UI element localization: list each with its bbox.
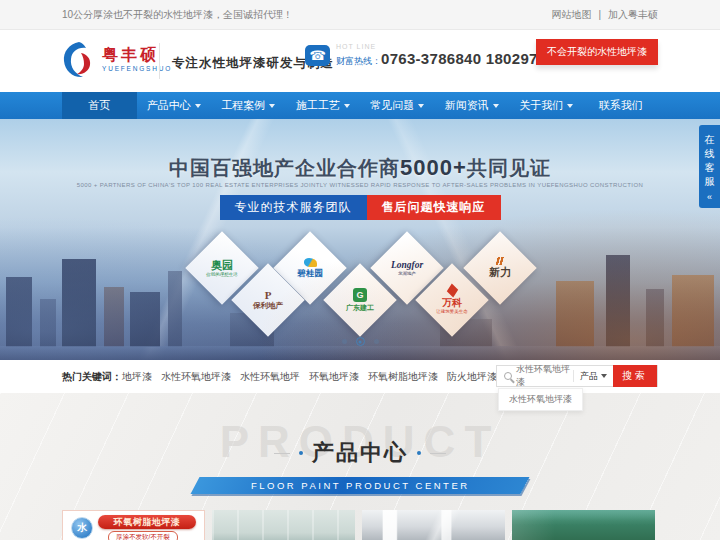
nav-item-contact[interactable]: 联系我们 — [584, 92, 659, 119]
phone-icon: ☎ — [305, 45, 330, 66]
search-category-select[interactable]: 产品 — [574, 370, 613, 383]
nav-label: 联系我们 — [599, 98, 643, 113]
nav-label: 关于我们 — [519, 98, 563, 113]
title-dot-icon — [417, 451, 421, 455]
keywords-label: 热门关键词： — [62, 370, 122, 384]
search-input[interactable]: 水性环氧地坪漆 — [516, 363, 573, 389]
banner-subtitle-en: 5000 + PARTNERS OF CHINA'S TOP 100 REAL … — [0, 182, 720, 188]
chevron-down-icon — [269, 104, 275, 108]
search-box: 水性环氧地坪漆 产品 搜索 — [496, 365, 658, 387]
search-icon — [504, 372, 512, 380]
partner-logo-aoyuan: 奥园 你我的理想生活 — [185, 231, 259, 305]
keyword-link[interactable]: 水性环氧地坪 — [240, 370, 300, 384]
keyword-link[interactable]: 水性环氧地坪漆 — [161, 370, 231, 384]
chevron-down-icon — [567, 104, 573, 108]
banner-tag-aftersales: 售后问题快速响应 — [367, 195, 501, 220]
banner-tags: 专业的技术服务团队 售后问题快速响应 — [0, 195, 720, 220]
xinli-slash-icon — [495, 257, 506, 265]
chevron-down-icon — [344, 104, 350, 108]
poly-p-icon: P — [265, 289, 272, 302]
partner-logo-countrygarden: 碧桂园 — [273, 231, 347, 305]
nav-item-products[interactable]: 产品中心 — [137, 92, 212, 119]
product-center-section: PRODUCT 产品中心 FLOOR PAINT PRODUCT CENTER … — [0, 393, 720, 540]
nav-label: 施工工艺 — [296, 98, 340, 113]
partner-name: 新力 — [489, 266, 511, 279]
slider-dot[interactable] — [342, 339, 347, 344]
topbar-separator: | — [598, 9, 601, 20]
nav-label: 新闻资讯 — [445, 98, 489, 113]
chevron-down-icon — [493, 104, 499, 108]
nav-label: 常见问题 — [370, 98, 414, 113]
search-category-value: 产品 — [580, 370, 598, 383]
title-line — [274, 453, 290, 454]
logo-swirl-icon — [62, 41, 96, 78]
product-card-image[interactable] — [212, 510, 355, 540]
section-ribbon-text: FLOOR PAINT PRODUCT CENTER — [251, 480, 470, 491]
nav-item-faq[interactable]: 常见问题 — [360, 92, 435, 119]
countrygarden-swirl-icon — [304, 258, 317, 267]
nav-label: 产品中心 — [147, 98, 191, 113]
product-cards-row: 水 环氧树脂地坪漆 厚涂不发软/不开裂 — [62, 510, 655, 540]
gdjiangong-g-icon: G — [353, 288, 367, 302]
nav-label: 工程案例 — [221, 98, 265, 113]
chevron-down-icon — [195, 104, 201, 108]
no-crack-paint-button[interactable]: 不会开裂的水性地坪漆 — [536, 39, 658, 65]
hot-keywords-bar: 热门关键词： 地坪漆 水性环氧地坪漆 水性环氧地坪 环氧地坪漆 环氧树脂地坪漆 … — [0, 360, 720, 393]
search-button[interactable]: 搜索 — [613, 365, 657, 387]
online-service-tab[interactable]: 在线客服 « — [699, 125, 720, 208]
section-ribbon: FLOOR PAINT PRODUCT CENTER — [190, 477, 529, 494]
product-card-image[interactable] — [512, 510, 655, 540]
keyword-link[interactable]: 防火地坪漆 — [447, 370, 497, 384]
online-service-label: 在线客服 — [704, 133, 715, 189]
keyword-link[interactable]: 环氧地坪漆 — [309, 370, 359, 384]
partner-logo-poly: P 保利地产 — [231, 263, 305, 337]
product-card-epoxy-resin[interactable]: 水 环氧树脂地坪漆 厚涂不发软/不开裂 — [62, 510, 205, 540]
search-suggestion[interactable]: 水性环氧地坪漆 — [498, 388, 583, 411]
partner-name: Longfor — [391, 260, 423, 271]
partner-name: 碧桂园 — [297, 269, 323, 279]
water-badge-icon: 水 — [71, 517, 93, 539]
top-notice-bar: 10公分厚涂也不开裂的水性地坪漆，全国诚招代理！ 网站地图 | 加入粤丰硕 — [0, 0, 720, 30]
nav-item-home[interactable]: 首页 — [62, 92, 137, 119]
collapse-arrow-icon: « — [699, 192, 720, 202]
banner-title-post: 共同见证 — [467, 157, 551, 179]
section-title: 产品中心 — [312, 438, 408, 468]
nav-label: 首页 — [88, 98, 110, 113]
nav-item-construction[interactable]: 施工工艺 — [286, 92, 361, 119]
site-logo[interactable]: 粤丰硕 YUEFENGSHUO — [62, 41, 172, 78]
partner-logo-gdjiangong: G 广东建工 — [323, 263, 397, 337]
banner-title: 中国百强地产企业合作商5000+共同见证 — [0, 155, 720, 182]
slider-dot[interactable] — [374, 339, 379, 344]
section-title-row: 产品中心 — [0, 438, 720, 468]
promo-notice-text: 10公分厚涂也不开裂的水性地坪漆，全国诚招代理！ — [62, 8, 293, 22]
partner-name: 广东建工 — [346, 304, 374, 312]
join-us-link[interactable]: 加入粤丰硕 — [608, 8, 658, 22]
nav-item-news[interactable]: 新闻资讯 — [435, 92, 510, 119]
partner-name: 万科 — [442, 297, 462, 309]
chevron-down-icon — [601, 374, 607, 378]
keyword-link[interactable]: 地坪漆 — [122, 370, 152, 384]
partner-logo-vanke: 万科 让建筑赞美生命 — [415, 263, 489, 337]
banner-slider-dots — [0, 337, 720, 346]
product-card-subtitle: 厚涂不发软/不开裂 — [108, 531, 178, 540]
partner-tagline: 龙湖地产 — [398, 271, 416, 276]
partner-logo-longfor: Longfor 龙湖地产 — [370, 231, 444, 305]
banner-title-number: 5000+ — [400, 155, 467, 180]
product-card-title: 环氧树脂地坪漆 — [98, 515, 196, 529]
main-nav: 首页 产品中心 工程案例 施工工艺 常见问题 新闻资讯 关于我们 联系我们 — [0, 92, 720, 119]
header-divider — [159, 43, 160, 79]
title-dot-icon — [299, 451, 303, 455]
product-card-image[interactable] — [362, 510, 505, 540]
partner-tagline: 让建筑赞美生命 — [436, 309, 468, 314]
keyword-link[interactable]: 环氧树脂地坪漆 — [368, 370, 438, 384]
partner-name: 保利地产 — [253, 302, 283, 311]
nav-item-about[interactable]: 关于我们 — [509, 92, 584, 119]
nav-item-cases[interactable]: 工程案例 — [211, 92, 286, 119]
logo-name-en: YUEFENGSHUO — [102, 66, 172, 73]
partner-logo-xinli: 新力 — [463, 231, 537, 305]
section-ribbon-wrap: FLOOR PAINT PRODUCT CENTER — [0, 477, 720, 494]
sitemap-link[interactable]: 网站地图 — [551, 8, 591, 22]
partner-tagline: 你我的理想生活 — [206, 272, 238, 277]
slider-dot-active[interactable] — [356, 337, 365, 346]
water-reflection-image — [0, 346, 720, 360]
